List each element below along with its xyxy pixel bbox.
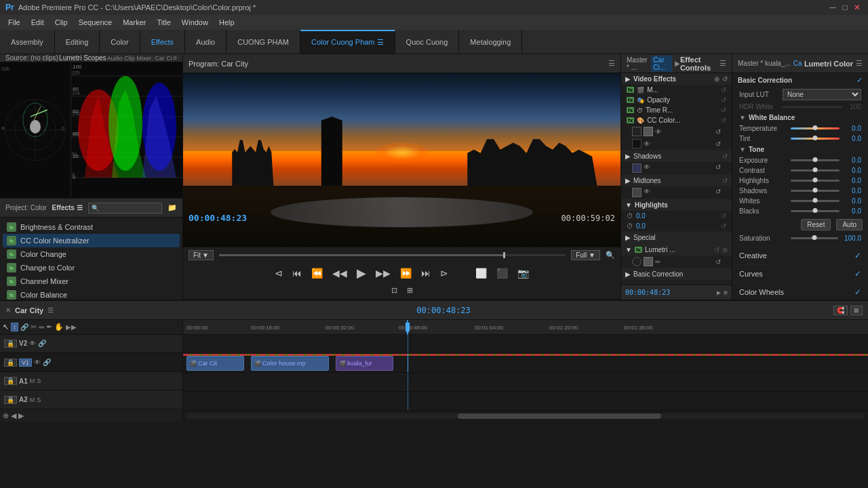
mark-in-button[interactable]: ⊲ [272,266,285,280]
ripple-edit-tool[interactable]: ↕ [11,323,18,331]
menu-edit[interactable]: Edit [26,17,50,28]
link-tool[interactable]: 🔗 [20,323,28,331]
whites-value[interactable]: 0.0 [842,197,861,205]
play-button[interactable]: ▶ [354,264,369,282]
fx-reset-opacity[interactable]: ↺ [721,96,726,104]
effects-search-input[interactable] [88,203,162,214]
shadows-lc-value[interactable]: 0.0 [842,187,861,195]
cc-eye-icon[interactable]: 👁 [655,128,662,136]
ripple-button[interactable]: ⊠ [850,306,863,315]
step-forward-button[interactable]: ⏩ [397,266,414,280]
cc-swatch1[interactable] [632,127,642,136]
clip-car-city[interactable]: 🎬 Car Cit [186,356,244,371]
shadows-header[interactable]: ▶ Shadows ↺ [621,150,732,162]
ve-add-icon[interactable]: ⊕ [714,75,719,83]
l-swatch1[interactable] [632,257,642,266]
creative-section[interactable]: Creative ✓ [732,247,868,265]
hand-tool[interactable]: ✋ [54,323,64,331]
contrast-value[interactable]: 0.0 [842,167,861,174]
contrast-knob[interactable] [813,167,818,172]
go-to-in-button[interactable]: ⏮ [290,266,304,280]
h-value2[interactable]: 0.0 [636,222,646,230]
midtones-header[interactable]: ▶ Midtones ↺ [621,175,732,186]
fx-reset-time[interactable]: ↺ [721,106,726,114]
menu-file[interactable]: File [3,17,26,28]
blacks-value[interactable]: 0.0 [842,207,861,215]
ec-menu-icon[interactable]: ☰ [719,59,726,68]
add-track-button[interactable]: ⊕ [3,411,9,420]
tab-effects[interactable]: Effects [140,30,185,54]
tab-color[interactable]: Color [100,30,140,54]
video-effects-header[interactable]: ▶ Video Effects ⊕ ↺ [621,73,732,85]
effect-change-color[interactable]: fx Color Change [3,247,180,261]
a1-s-button[interactable]: S [37,378,41,384]
close-button[interactable]: ✕ [852,2,863,13]
razor-tool[interactable]: ✂ [31,323,37,331]
auto-button[interactable]: Auto [836,219,863,230]
cc-reset-icon2[interactable]: ↺ [715,140,721,148]
blacks-knob[interactable] [813,208,818,213]
fx-opacity-label[interactable]: Opacity [647,96,670,104]
cc-reset-icon[interactable]: ↺ [715,128,721,136]
effect-change-to-color[interactable]: fx Change to Color [3,261,180,274]
go-to-out-button[interactable]: ⏭ [418,266,433,280]
h-timer-icon2[interactable]: ⏱ [627,222,633,230]
clip-color-house[interactable]: 🎬 Color house.mp [251,356,329,371]
zoom-icon[interactable]: 🔍 [606,251,615,260]
whites-knob[interactable] [813,198,818,203]
highlights-header[interactable]: ▼ Highlights [621,199,732,211]
mark-out-button[interactable]: ⊳ [437,266,451,280]
a1-lock-button[interactable]: 🔒 [4,377,17,385]
ec-play-icon[interactable]: ▶ [717,289,721,296]
h-value1[interactable]: 0.0 [636,212,646,220]
compare2-button[interactable]: ⊞ [404,285,416,296]
highlights-lc-value[interactable]: 0.0 [842,177,861,184]
menu-clip[interactable]: Clip [50,17,73,28]
panel-menu-icon[interactable]: ≡ [173,54,177,62]
compare-button[interactable]: ⊡ [389,285,400,296]
tab-editing[interactable]: Editing [55,30,100,54]
saturation-value[interactable]: 100.0 [841,235,861,242]
tint-knob[interactable] [813,136,818,140]
timeline-timecode[interactable]: 00:00:48:23 [416,306,470,315]
clip-kuala[interactable]: 🎬 kuala_lur [336,356,393,371]
tab-color-cuong-pham[interactable]: Color Cuong Pham ☰ [300,30,395,54]
lumetri-header[interactable]: ▼ fx Lumetri ... ↺ ⊕ [621,244,732,256]
tab-quoc-cuong[interactable]: Quoc Cuong [395,30,460,54]
minimize-button[interactable]: ─ [827,2,838,13]
a2-s-button[interactable]: S [37,396,41,403]
curves-section[interactable]: Curves ✓ [732,265,868,283]
midtones-reset[interactable]: ↺ [722,177,728,184]
v2-eye-icon[interactable]: 👁 [29,340,36,347]
fx-time-label[interactable]: Time R... [646,106,673,114]
tab-metalogging[interactable]: Metalogging [459,30,522,54]
shadows-color-swatch[interactable] [632,163,642,173]
timeline-menu-icon[interactable]: ☰ [47,306,54,314]
reset-button[interactable]: Reset [801,219,831,230]
ec-forward-icon[interactable]: ▶ [675,60,680,67]
slip-tool[interactable]: ⇔ [39,323,44,331]
shadows-eye-icon[interactable]: 👁 [644,163,650,173]
effect-color-balance[interactable]: fx Color Balance [3,288,180,302]
effect-channel-mixer[interactable]: fx Channel Mixer [3,274,180,288]
basic-correction-header[interactable]: ▶ Basic Correction [621,268,732,280]
timeline-close-icon[interactable]: ✕ [5,306,11,314]
program-panel-menu[interactable]: ☰ [608,59,615,68]
tab-cuong-pham[interactable]: CUONG PHAM [226,30,300,54]
car-city-tab[interactable]: Car Ci... [651,56,672,72]
export-frame-button[interactable]: 📷 [515,266,532,280]
selection-tool[interactable]: ↖ [3,323,9,331]
cc-swatch3[interactable] [632,139,642,148]
titlebar-controls[interactable]: ─ □ ✕ [827,2,863,13]
cc-eye-icon2[interactable]: 👁 [644,140,650,148]
menu-window[interactable]: Window [176,17,214,28]
h-timer-icon[interactable]: ⏱ [627,212,633,220]
midtones-reset-icon[interactable]: ↺ [715,188,721,197]
insert-button[interactable]: ⬜ [473,266,490,280]
tab-audio[interactable]: Audio [185,30,226,54]
l-pen-icon[interactable]: ✏ [655,258,660,266]
midtones-color-swatch[interactable] [632,188,642,197]
cc-swatch2[interactable] [644,127,653,136]
fx-cc-label[interactable]: CC Color... [647,117,680,124]
overwrite-button[interactable]: ⬛ [494,266,511,280]
